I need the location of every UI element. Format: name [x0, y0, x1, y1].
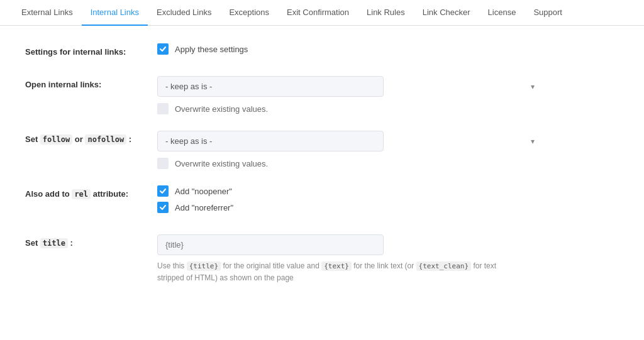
follow-overwrite-row: Overwrite existing values. — [157, 158, 541, 169]
apply-settings-row: Apply these settings — [157, 43, 541, 55]
rel-code: rel — [72, 189, 91, 199]
title-input[interactable] — [157, 234, 384, 255]
open-links-overwrite-label: Overwrite existing values. — [175, 104, 268, 114]
hint-text-code: {text} — [321, 261, 352, 271]
title-label: Set title : — [25, 234, 157, 248]
chevron-down-icon-2: ▾ — [531, 137, 535, 146]
apply-settings-checkbox[interactable] — [157, 43, 169, 55]
rel-row: Also add to rel attribute: Add "noopener… — [25, 185, 541, 218]
follow-label: Set follow or nofollow : — [25, 131, 157, 144]
title-code: title — [40, 238, 68, 248]
tab-license[interactable]: License — [479, 0, 525, 26]
settings-row: Settings for internal links: Apply these… — [25, 43, 541, 60]
follow-select[interactable]: - keep as is - — [157, 131, 384, 151]
open-links-overwrite-row: Overwrite existing values. — [157, 103, 541, 114]
rel-label-suffix: attribute: — [91, 189, 128, 199]
tab-exit-confirmation[interactable]: Exit Confirmation — [278, 0, 358, 26]
open-links-select-wrapper: - keep as is - ▾ — [157, 76, 541, 97]
title-hint: Use this {title} for the original title … — [157, 260, 503, 283]
open-links-select[interactable]: - keep as is - — [157, 76, 384, 97]
tab-exceptions[interactable]: Exceptions — [220, 0, 278, 26]
noreferrer-row: Add "noreferrer" — [157, 202, 541, 213]
hint-title-code: {title} — [187, 261, 221, 271]
noopener-checkbox[interactable] — [157, 185, 169, 197]
follow-overwrite-checkbox[interactable] — [157, 158, 169, 169]
follow-label-suffix: : — [126, 134, 131, 144]
noreferrer-label: Add "noreferrer" — [175, 203, 233, 212]
tab-external-links[interactable]: External Links — [13, 0, 82, 26]
follow-select-wrapper: - keep as is - ▾ — [157, 131, 541, 151]
noopener-label: Add "noopener" — [175, 187, 232, 196]
tab-internal-links[interactable]: Internal Links — [82, 0, 148, 26]
title-row: Set title : Use this {title} for the ori… — [25, 234, 541, 283]
tab-link-checker[interactable]: Link Checker — [414, 0, 479, 26]
follow-code: follow — [40, 134, 72, 145]
nofollow-code: nofollow — [85, 134, 126, 145]
follow-overwrite-label: Overwrite existing values. — [175, 159, 268, 168]
tabs-nav: External Links Internal Links Excluded L… — [0, 0, 644, 26]
open-links-label: Open internal links: — [25, 76, 157, 89]
rel-label: Also add to rel attribute: — [25, 185, 157, 199]
title-control: Use this {title} for the original title … — [157, 234, 541, 283]
main-content: Settings for internal links: Apply these… — [0, 26, 566, 317]
rel-control: Add "noopener" Add "noreferrer" — [157, 185, 541, 218]
title-label-suffix: : — [68, 238, 73, 248]
follow-label-or: or — [72, 134, 85, 144]
settings-control: Apply these settings — [157, 43, 541, 60]
open-links-control: - keep as is - ▾ Overwrite existing valu… — [157, 76, 541, 114]
apply-settings-label: Apply these settings — [175, 45, 248, 54]
tab-support[interactable]: Support — [525, 0, 571, 26]
follow-control: - keep as is - ▾ Overwrite existing valu… — [157, 131, 541, 169]
noreferrer-checkbox[interactable] — [157, 202, 169, 213]
settings-label: Settings for internal links: — [25, 43, 157, 57]
follow-row: Set follow or nofollow : - keep as is - … — [25, 131, 541, 169]
open-links-overwrite-checkbox[interactable] — [157, 103, 169, 114]
title-label-prefix: Set — [25, 238, 40, 248]
rel-label-prefix: Also add to — [25, 189, 72, 199]
tab-excluded-links[interactable]: Excluded Links — [148, 0, 220, 26]
noopener-row: Add "noopener" — [157, 185, 541, 197]
hint-text-clean-code: {text_clean} — [416, 261, 471, 271]
chevron-down-icon: ▾ — [531, 82, 535, 91]
follow-label-prefix: Set — [25, 134, 40, 144]
tab-link-rules[interactable]: Link Rules — [358, 0, 414, 26]
open-links-row: Open internal links: - keep as is - ▾ Ov… — [25, 76, 541, 114]
